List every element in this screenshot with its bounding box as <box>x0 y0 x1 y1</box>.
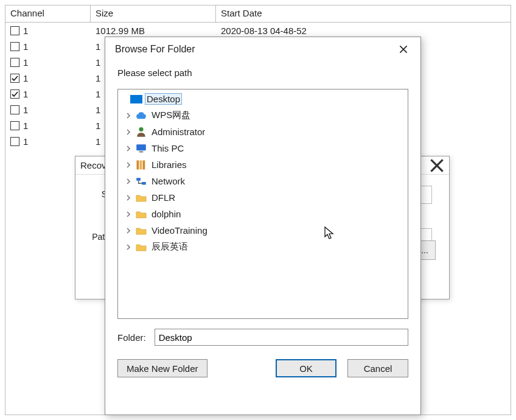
close-icon[interactable] <box>430 158 444 173</box>
pc-icon <box>135 143 147 154</box>
expand-chevron-icon <box>119 95 128 103</box>
browse-dialog-title: Browse For Folder <box>115 44 195 55</box>
tree-node-label: Libraries <box>150 159 189 170</box>
row-checkbox[interactable] <box>10 74 19 83</box>
tree-node-label: DFLR <box>150 192 177 203</box>
row-checkbox[interactable] <box>10 58 19 67</box>
row-checkbox[interactable] <box>10 121 19 130</box>
table-header: Channel Size Start Date <box>5 5 511 23</box>
tree-node[interactable]: This PC <box>118 140 408 156</box>
cancel-button[interactable]: Cancel <box>347 359 408 377</box>
expand-chevron-icon[interactable] <box>124 144 133 153</box>
cell-start-date: 2020-08-13 04-48-52 <box>216 24 511 37</box>
folder-icon <box>135 192 147 203</box>
folder-icon <box>135 242 147 253</box>
tree-node-label: Desktop <box>145 93 182 105</box>
expand-chevron-icon[interactable] <box>124 177 133 186</box>
cell-channel: 1 <box>23 121 28 131</box>
folder-icon <box>135 209 147 220</box>
row-checkbox[interactable] <box>10 105 19 114</box>
tree-node[interactable]: Network <box>118 173 408 189</box>
make-new-folder-button[interactable]: Make New Folder <box>117 359 207 377</box>
tree-node[interactable]: Libraries <box>118 156 408 173</box>
tree-node[interactable]: Desktop <box>118 91 408 107</box>
folder-field-label: Folder: <box>117 332 146 343</box>
tree-node[interactable]: DFLR <box>118 189 408 206</box>
row-checkbox[interactable] <box>10 26 19 35</box>
row-checkbox[interactable] <box>10 89 19 99</box>
desktop-icon <box>130 94 142 105</box>
expand-chevron-icon[interactable] <box>124 243 133 251</box>
folder-tree[interactable]: DesktopWPS网盘AdministratorThis PCLibrarie… <box>117 89 408 319</box>
tree-node-label: WPS网盘 <box>150 109 192 122</box>
expand-chevron-icon[interactable] <box>124 161 133 169</box>
expand-chevron-icon[interactable] <box>124 194 133 202</box>
cell-channel: 1 <box>23 89 28 99</box>
row-checkbox[interactable] <box>10 137 19 146</box>
tree-node-label: Network <box>150 175 187 187</box>
cell-channel: 1 <box>23 57 28 68</box>
expand-chevron-icon[interactable] <box>124 210 133 219</box>
tree-node[interactable]: 辰辰英语 <box>118 239 408 255</box>
cell-size: 1012.99 MB <box>91 24 216 37</box>
tree-node-label: dolphin <box>150 208 183 220</box>
cell-channel: 1 <box>23 41 28 52</box>
tree-node-label: VideoTraining <box>150 225 209 236</box>
user-icon <box>135 127 147 138</box>
close-icon[interactable] <box>392 41 414 58</box>
recovery-dialog-title: Recov <box>80 160 106 170</box>
lib-icon <box>135 159 147 170</box>
tree-node-label: Administrator <box>150 126 207 138</box>
tree-node-label: This PC <box>150 142 186 154</box>
cloud-icon <box>135 110 147 121</box>
cell-channel: 1 <box>23 73 28 83</box>
expand-chevron-icon[interactable] <box>124 111 133 120</box>
folder-icon <box>135 225 147 236</box>
cell-channel: 1 <box>23 105 28 115</box>
browse-for-folder-dialog: Browse For Folder Please select path Des… <box>105 37 421 415</box>
col-header-size[interactable]: Size <box>91 5 216 23</box>
browse-instruction: Please select path <box>105 61 420 89</box>
tree-node[interactable]: Administrator <box>118 124 408 140</box>
expand-chevron-icon[interactable] <box>124 128 133 136</box>
expand-chevron-icon[interactable] <box>124 226 133 235</box>
net-icon <box>135 176 147 187</box>
col-header-start-date[interactable]: Start Date <box>216 5 511 23</box>
tree-node[interactable]: dolphin <box>118 206 408 222</box>
tree-node[interactable]: WPS网盘 <box>118 107 408 124</box>
cell-channel: 1 <box>23 26 28 36</box>
cell-channel: 1 <box>23 136 28 147</box>
folder-field[interactable] <box>155 329 408 346</box>
tree-node-label: 辰辰英语 <box>150 240 190 253</box>
ok-button[interactable]: OK <box>276 359 336 377</box>
tree-node[interactable]: VideoTraining <box>118 222 408 239</box>
row-checkbox[interactable] <box>10 42 19 51</box>
col-header-channel[interactable]: Channel <box>5 5 91 23</box>
